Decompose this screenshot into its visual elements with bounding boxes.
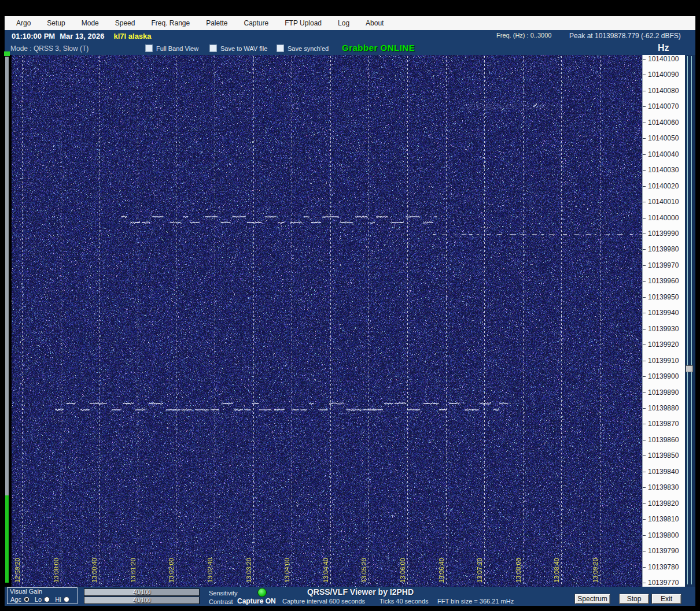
- frequency-axis-label: 10139830: [648, 483, 679, 491]
- frequency-axis-label: 10139810: [648, 515, 679, 523]
- contrast-label: Contrast: [209, 598, 233, 605]
- frequency-tick: [643, 154, 646, 155]
- spectrum-button[interactable]: Spectrum: [574, 594, 610, 604]
- frequency-tick: [643, 424, 646, 424]
- time-axis-label: 13:01:20: [129, 558, 137, 583]
- hz-axis-unit-label: Hz: [658, 43, 669, 53]
- menu-item-speed[interactable]: Speed: [107, 19, 143, 27]
- frequency-tick: [643, 106, 646, 107]
- capture-interval-label: Capture interval 600 seconds: [282, 598, 365, 605]
- app-title: QRSS/VLF Viewer by I2PHD: [294, 587, 427, 597]
- frequency-tick: [643, 234, 646, 234]
- contrast-slider[interactable]: 40/100: [84, 597, 200, 604]
- menu-item-freq-range[interactable]: Freq. Range: [143, 19, 198, 27]
- frequency-axis-label: 10139800: [648, 531, 679, 539]
- spectrogram-area[interactable]: 12:59:2013:00:0013:00:4013:01:2013:02:00…: [12, 55, 642, 587]
- frequency-tick: [643, 345, 646, 345]
- time-axis-label: 13:03:20: [245, 558, 253, 583]
- peak-readout: Peak at 10139878.779 (-62.2 dBFS): [569, 32, 681, 40]
- menu-item-setup[interactable]: Setup: [39, 19, 73, 27]
- capture-status: Capture ON: [237, 597, 276, 605]
- time-axis-label: 13:07:20: [476, 558, 484, 583]
- checkbox-label: Full Band View: [156, 45, 198, 52]
- sensitivity-label: Sensitivity: [209, 590, 238, 597]
- menu-item-palette[interactable]: Palette: [198, 19, 235, 27]
- frequency-axis-label: 10139940: [648, 309, 679, 317]
- exit-button[interactable]: Exit: [651, 594, 681, 604]
- frequency-axis-label: 10140100: [648, 55, 679, 63]
- frequency-axis-label: 10139990: [648, 229, 679, 238]
- frequency-tick: [643, 456, 646, 456]
- checkbox-label: Save to WAV file: [220, 45, 267, 52]
- frequency-axis-label: 10140040: [648, 150, 679, 158]
- frequency-tick: [643, 297, 646, 298]
- radio-agc[interactable]: [24, 597, 30, 602]
- frequency-tick: [643, 75, 646, 75]
- frequency-axis-label: 10139860: [648, 436, 679, 444]
- frequency-axis-label: 10140080: [648, 87, 679, 95]
- radio-hi[interactable]: [64, 597, 69, 602]
- frequency-tick: [643, 503, 646, 504]
- ticks-label: Ticks 40 seconds: [380, 598, 429, 605]
- time-axis-label: 13:00:40: [90, 558, 98, 583]
- frequency-axis-label: 10139960: [648, 277, 679, 285]
- checkbox-save-to-wav-file[interactable]: [209, 45, 217, 52]
- frequency-axis-label: 10140020: [648, 182, 679, 190]
- frequency-tick: [643, 376, 646, 377]
- visual-gain-radios: AgcLoHi: [10, 596, 75, 603]
- checkbox-save-synch-ed[interactable]: [277, 45, 284, 52]
- frequency-axis-label: 10139910: [648, 357, 679, 365]
- frequency-tick: [643, 138, 646, 139]
- time-axis-label: 13:00:00: [52, 558, 60, 583]
- time-axis-label: 13:04:40: [322, 558, 330, 583]
- frequency-axis-label: 10139770: [648, 579, 679, 587]
- frequency-tick: [643, 487, 646, 488]
- time-axis-label: 13:06:40: [437, 558, 445, 583]
- frequency-tick: [643, 91, 646, 91]
- frequency-axis-label: 10140070: [648, 102, 679, 110]
- menu-item-about[interactable]: About: [358, 19, 392, 27]
- header-time-row: 01:10:00 PM Mar 13, 2026 kl7l alaska Fre…: [5, 30, 695, 42]
- frequency-axis-label: 10140050: [648, 134, 679, 142]
- menu-item-log[interactable]: Log: [330, 19, 358, 27]
- checkbox-group: Save to WAV file: [209, 45, 267, 52]
- frequency-axis-label: 10139840: [648, 468, 679, 476]
- frequency-tick: [643, 59, 646, 60]
- freq-range-readout: Freq. (Hz) : 0..3000: [496, 32, 551, 39]
- radio-lo[interactable]: [44, 597, 50, 602]
- frequency-tick: [643, 249, 646, 250]
- frequency-axis-label: 10139920: [648, 340, 679, 349]
- checkbox-group: Full Band View: [145, 45, 198, 52]
- frequency-tick: [643, 202, 646, 202]
- mode-label: Mode : QRSS 3, Slow (T): [10, 45, 89, 53]
- frequency-axis-label: 10139790: [648, 547, 679, 555]
- sensitivity-slider[interactable]: 40/100: [84, 588, 200, 596]
- stop-button[interactable]: Stop: [619, 594, 649, 604]
- radio-label: Hi: [55, 596, 61, 603]
- frequency-axis-label: 10140060: [648, 119, 679, 127]
- frequency-axis-label: 10140030: [648, 166, 679, 174]
- menu-item-argo[interactable]: Argo: [8, 19, 39, 27]
- frequency-tick: [643, 408, 646, 409]
- frequency-axis-label: 10140010: [648, 198, 679, 206]
- checkbox-full-band-view[interactable]: [145, 45, 153, 52]
- frequency-axis-label: 10140000: [648, 214, 679, 222]
- menu-item-capture[interactable]: Capture: [236, 19, 277, 27]
- frequency-tick: [643, 218, 646, 219]
- frequency-tick: [643, 567, 646, 568]
- menu-item-ftp-upload[interactable]: FTP Upload: [277, 19, 330, 27]
- frequency-scale: 1014010010140090101400801014007010140060…: [642, 55, 685, 587]
- time-axis-label: 13:06:00: [399, 558, 407, 583]
- fft-bin-size-label: FFT bin size = 366.21 mHz: [437, 598, 514, 605]
- level-meter: [5, 57, 9, 583]
- frequency-tick: [643, 535, 646, 536]
- frequency-tick: [643, 186, 646, 187]
- spectrogram-canvas[interactable]: [12, 55, 642, 587]
- frequency-marker-thumb[interactable]: [686, 365, 693, 372]
- contrast-slider-value: 40/100: [84, 597, 199, 603]
- frequency-tick: [643, 472, 646, 472]
- level-meter-peak-cap: [4, 51, 10, 56]
- menu-item-mode[interactable]: Mode: [73, 19, 107, 27]
- frequency-axis-label: 10139970: [648, 261, 679, 269]
- frequency-axis-label: 10139950: [648, 293, 679, 301]
